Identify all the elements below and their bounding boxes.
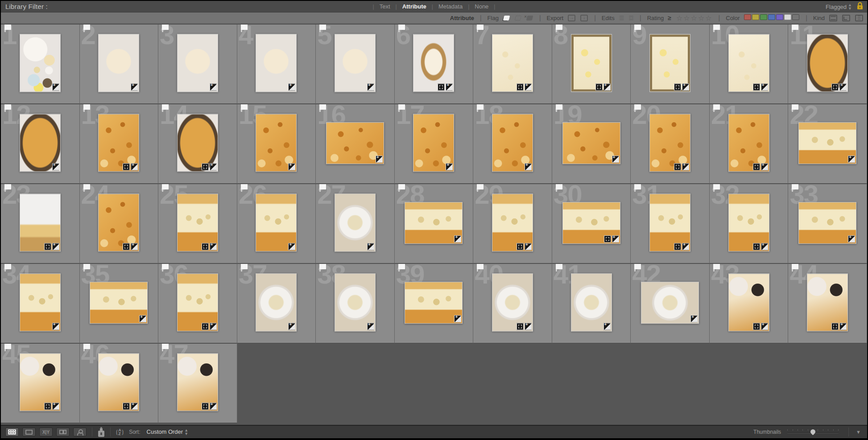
photo-thumbnail-4[interactable] <box>256 34 297 92</box>
toolbar-disclosure-chevron-icon[interactable]: ▼ <box>854 429 863 435</box>
photo-cell-28[interactable]: 28 <box>395 184 474 264</box>
pick-flag-icon[interactable] <box>4 264 11 269</box>
pick-flag-icon[interactable] <box>162 264 169 269</box>
photo-thumbnail-39[interactable] <box>405 282 463 324</box>
pick-flag-icon[interactable] <box>713 104 720 110</box>
pick-flag-icon[interactable] <box>241 264 248 269</box>
adjustments-badge-icon[interactable] <box>288 83 295 90</box>
photo-cell-2[interactable]: 2 <box>80 25 159 104</box>
filter-tab-attribute[interactable]: Attribute <box>402 3 426 10</box>
photo-cell-13[interactable]: 13 <box>80 104 159 184</box>
adjustments-badge-icon[interactable] <box>52 403 59 410</box>
adjustments-badge-icon[interactable] <box>210 403 217 410</box>
pick-flag-icon[interactable] <box>319 25 326 30</box>
pick-flag-icon[interactable] <box>83 25 90 30</box>
adjustments-badge-icon[interactable] <box>52 243 59 250</box>
adjustments-badge-icon[interactable] <box>367 83 374 90</box>
photo-thumbnail-34[interactable] <box>20 273 61 331</box>
photo-cell-39[interactable]: 39 <box>395 264 474 344</box>
photo-cell-43[interactable]: 43 <box>710 264 789 344</box>
crop-badge-icon[interactable] <box>517 243 524 250</box>
adjustments-badge-icon[interactable] <box>131 243 138 250</box>
adjustments-badge-icon[interactable] <box>525 163 532 170</box>
pick-flag-icon[interactable] <box>477 264 484 269</box>
thumbnail-size-slider[interactable] <box>787 428 839 436</box>
pick-flag-icon[interactable] <box>162 184 169 189</box>
edited-filter-icon[interactable]: ☰ <box>619 15 624 21</box>
pick-flag-filter-icon[interactable] <box>503 16 510 21</box>
pick-flag-icon[interactable] <box>792 264 798 269</box>
photo-cell-35[interactable]: 35 <box>80 264 159 344</box>
pick-flag-icon[interactable] <box>83 344 90 349</box>
pick-flag-icon[interactable] <box>162 104 169 110</box>
crop-badge-icon[interactable] <box>831 83 839 90</box>
filter-tab-text[interactable]: Text <box>380 3 390 10</box>
crop-badge-icon[interactable] <box>753 83 760 90</box>
crop-badge-icon[interactable] <box>202 323 209 330</box>
pick-flag-icon[interactable] <box>713 25 720 30</box>
photo-cell-10[interactable]: 10 <box>710 25 789 104</box>
adjustments-badge-icon[interactable] <box>454 315 461 322</box>
crop-badge-icon[interactable] <box>753 323 760 330</box>
photo-cell-24[interactable]: 24 <box>80 184 159 264</box>
adjustments-badge-icon[interactable] <box>848 235 855 243</box>
photo-cell-1[interactable]: 1 <box>1 25 80 104</box>
photo-cell-27[interactable]: 27 <box>316 184 395 264</box>
crop-badge-icon[interactable] <box>202 403 209 410</box>
adjustments-badge-icon[interactable] <box>52 83 59 90</box>
photo-thumbnail-22[interactable] <box>798 122 856 164</box>
photo-thumbnail-2[interactable] <box>98 34 139 92</box>
adjustments-badge-icon[interactable] <box>210 163 217 170</box>
photo-cell-26[interactable]: 26 <box>237 184 316 264</box>
adjustments-badge-icon[interactable] <box>612 156 619 163</box>
photo-thumbnail-36[interactable] <box>177 273 218 331</box>
crop-badge-icon[interactable] <box>753 163 760 170</box>
pick-flag-icon[interactable] <box>4 344 11 349</box>
photo-cell-34[interactable]: 34 <box>1 264 80 344</box>
crop-badge-icon[interactable] <box>604 235 611 243</box>
adjustments-badge-icon[interactable] <box>52 323 59 330</box>
color-swatch-6[interactable] <box>792 14 799 20</box>
survey-view-button[interactable]: … <box>56 428 70 436</box>
master-photo-filter-icon[interactable] <box>829 15 837 21</box>
pick-flag-icon[interactable] <box>162 344 169 349</box>
photo-thumbnail-29[interactable] <box>492 193 533 251</box>
crop-badge-icon[interactable] <box>438 83 445 90</box>
adjustments-badge-icon[interactable] <box>761 323 768 330</box>
photo-thumbnail-26[interactable] <box>256 193 297 251</box>
crop-badge-icon[interactable] <box>674 83 681 90</box>
adjustments-badge-icon[interactable] <box>612 235 619 243</box>
crop-badge-icon[interactable] <box>123 403 130 410</box>
photo-thumbnail-6[interactable] <box>413 34 454 92</box>
unedited-filter-icon[interactable]: ☲ <box>628 15 633 21</box>
color-swatch-5[interactable] <box>784 14 791 20</box>
compare-view-button[interactable]: X|Y <box>39 428 53 436</box>
photo-cell-18[interactable]: 18 <box>473 104 552 184</box>
unflagged-filter-icon[interactable] <box>515 16 522 21</box>
photo-thumbnail-19[interactable] <box>562 122 620 164</box>
adjustments-badge-icon[interactable] <box>131 403 138 410</box>
adjustments-badge-icon[interactable] <box>446 83 453 90</box>
photo-thumbnail-14[interactable] <box>177 114 218 172</box>
photo-cell-42[interactable]: 42 <box>631 264 710 344</box>
pick-flag-icon[interactable] <box>477 184 484 189</box>
exported-filter-icon[interactable]: → <box>568 15 575 21</box>
color-swatch-4[interactable] <box>776 14 783 20</box>
photo-cell-17[interactable]: 17 <box>395 104 474 184</box>
pick-flag-icon[interactable] <box>792 104 798 110</box>
pick-flag-icon[interactable] <box>319 264 326 269</box>
photo-cell-7[interactable]: 7 <box>473 25 552 104</box>
photo-cell-23[interactable]: 23 <box>1 184 80 264</box>
photo-thumbnail-44[interactable] <box>807 273 848 331</box>
pick-flag-icon[interactable] <box>83 264 90 269</box>
pick-flag-icon[interactable] <box>713 184 720 189</box>
pick-flag-icon[interactable] <box>792 184 798 189</box>
photo-thumbnail-33[interactable] <box>798 202 856 244</box>
pick-flag-icon[interactable] <box>634 104 641 110</box>
virtual-copy-filter-icon[interactable] <box>842 15 850 21</box>
photo-thumbnail-1[interactable] <box>20 34 61 92</box>
crop-badge-icon[interactable] <box>44 243 51 250</box>
adjustments-badge-icon[interactable] <box>603 83 611 90</box>
adjustments-badge-icon[interactable] <box>839 83 847 90</box>
photo-cell-21[interactable]: 21 <box>710 104 789 184</box>
